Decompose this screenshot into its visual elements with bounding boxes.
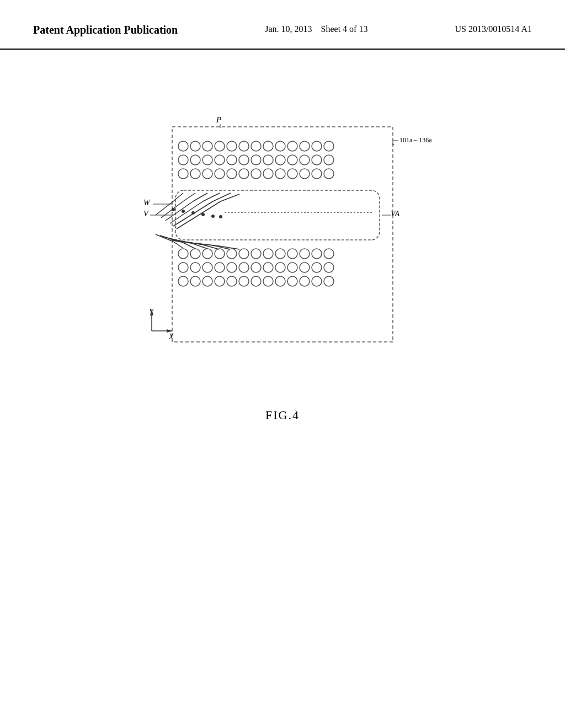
svg-text:P: P (216, 115, 221, 124)
svg-point-39 (251, 169, 261, 179)
svg-text:101a～136a: 101a～136a (399, 136, 432, 144)
svg-point-105 (263, 276, 273, 286)
svg-rect-46 (175, 190, 380, 240)
svg-point-16 (287, 141, 297, 151)
svg-point-97 (324, 263, 334, 272)
svg-point-93 (275, 263, 285, 272)
svg-point-27 (263, 155, 273, 165)
main-content: P 101a～136a (0, 72, 565, 392)
date-sheet-info: Jan. 10, 2013 Sheet 4 of 13 (265, 22, 367, 36)
svg-point-96 (312, 263, 322, 272)
svg-point-25 (239, 155, 249, 165)
svg-point-86 (190, 263, 200, 272)
svg-point-72 (178, 249, 188, 259)
svg-point-102 (227, 276, 237, 286)
svg-point-74 (202, 249, 212, 259)
patent-number: US 2013/0010514 A1 (455, 22, 532, 36)
svg-point-34 (190, 169, 200, 179)
svg-point-61 (182, 210, 185, 213)
svg-point-44 (312, 169, 322, 179)
svg-point-92 (263, 263, 273, 272)
svg-line-50 (183, 193, 195, 201)
svg-point-15 (275, 141, 285, 151)
svg-line-112 (156, 234, 173, 242)
svg-point-35 (202, 169, 212, 179)
svg-point-24 (227, 155, 237, 165)
svg-line-49 (156, 201, 173, 215)
svg-point-110 (324, 276, 334, 286)
svg-point-45 (324, 169, 334, 179)
svg-point-82 (300, 249, 310, 259)
svg-point-21 (190, 155, 200, 165)
svg-point-108 (300, 276, 310, 286)
svg-text:X: X (168, 333, 174, 341)
svg-point-38 (239, 169, 249, 179)
svg-point-14 (263, 141, 273, 151)
svg-point-85 (178, 263, 188, 272)
svg-point-94 (287, 263, 297, 272)
svg-point-22 (202, 155, 212, 165)
svg-point-64 (211, 215, 215, 218)
svg-point-42 (287, 169, 297, 179)
svg-point-17 (300, 141, 310, 151)
diagram-svg: P 101a～136a (128, 105, 437, 381)
publication-label: Patent Application Publication (33, 22, 178, 38)
svg-point-30 (300, 155, 310, 165)
svg-point-79 (263, 249, 273, 259)
svg-text:W: W (143, 199, 151, 207)
svg-point-98 (178, 276, 188, 286)
svg-point-62 (191, 211, 195, 215)
svg-point-84 (324, 249, 334, 259)
svg-point-7 (178, 141, 188, 151)
svg-rect-0 (172, 127, 393, 342)
svg-point-60 (172, 208, 175, 211)
svg-line-58 (221, 194, 239, 201)
svg-point-65 (219, 215, 222, 218)
svg-point-26 (251, 155, 261, 165)
diagram-container: P 101a～136a (128, 105, 437, 381)
sheet-info: Sheet 4 of 13 (321, 24, 368, 34)
svg-point-28 (275, 155, 285, 165)
svg-point-33 (178, 169, 188, 179)
svg-point-63 (201, 213, 205, 216)
svg-point-91 (251, 263, 261, 272)
svg-point-78 (251, 249, 261, 259)
svg-point-109 (312, 276, 322, 286)
svg-point-41 (275, 169, 285, 179)
svg-point-90 (239, 263, 249, 272)
svg-point-11 (227, 141, 237, 151)
svg-text:V: V (143, 210, 149, 218)
svg-point-100 (202, 276, 212, 286)
svg-point-87 (202, 263, 212, 272)
svg-point-23 (215, 155, 225, 165)
svg-point-99 (190, 276, 200, 286)
svg-point-43 (300, 169, 310, 179)
svg-line-56 (213, 193, 231, 201)
svg-point-10 (215, 141, 225, 151)
svg-line-55 (170, 201, 203, 223)
svg-point-8 (190, 141, 200, 151)
publication-date: Jan. 10, 2013 (265, 24, 312, 34)
svg-point-40 (263, 169, 273, 179)
svg-point-13 (251, 141, 261, 151)
svg-point-29 (287, 155, 297, 165)
svg-point-104 (251, 276, 261, 286)
svg-point-76 (227, 249, 237, 259)
svg-point-20 (178, 155, 188, 165)
svg-point-31 (312, 155, 322, 165)
svg-point-88 (215, 263, 225, 272)
svg-point-32 (324, 155, 334, 165)
svg-point-19 (324, 141, 334, 151)
svg-point-18 (312, 141, 322, 151)
svg-text:VA: VA (391, 210, 400, 218)
svg-point-106 (275, 276, 285, 286)
page-header: Patent Application Publication Jan. 10, … (0, 0, 565, 50)
svg-line-48 (173, 193, 183, 201)
figure-caption: FIG.4 (0, 408, 565, 422)
figure-label: FIG.4 (265, 408, 300, 422)
svg-point-37 (227, 169, 237, 179)
svg-point-81 (287, 249, 297, 259)
svg-point-101 (215, 276, 225, 286)
svg-point-89 (227, 263, 237, 272)
svg-point-95 (300, 263, 310, 272)
